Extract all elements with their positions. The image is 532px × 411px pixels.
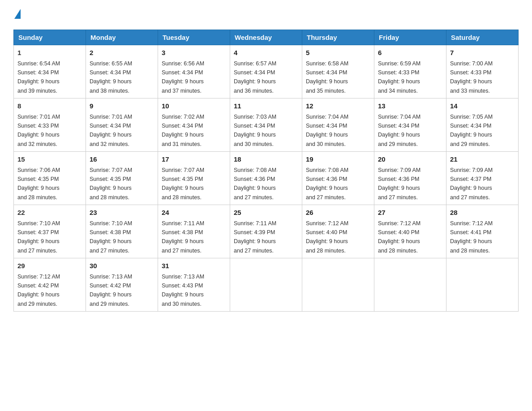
day-info: Sunrise: 7:07 AMSunset: 4:35 PMDaylight:… <box>90 167 132 201</box>
day-info: Sunrise: 7:05 AMSunset: 4:34 PMDaylight:… <box>450 114 493 147</box>
header-cell-wednesday: Wednesday <box>230 30 302 45</box>
day-cell: 28Sunrise: 7:12 AMSunset: 4:41 PMDayligh… <box>446 205 519 258</box>
day-info: Sunrise: 7:09 AMSunset: 4:37 PMDaylight:… <box>450 167 493 201</box>
day-number: 25 <box>234 208 298 218</box>
day-cell: 7Sunrise: 7:00 AMSunset: 4:33 PMDaylight… <box>446 45 519 98</box>
day-number: 3 <box>162 48 226 58</box>
header-cell-tuesday: Tuesday <box>158 30 230 45</box>
day-info: Sunrise: 7:12 AMSunset: 4:41 PMDaylight:… <box>450 220 493 254</box>
day-cell: 11Sunrise: 7:03 AMSunset: 4:34 PMDayligh… <box>230 98 302 152</box>
week-row-3: 15Sunrise: 7:06 AMSunset: 4:35 PMDayligh… <box>14 152 519 205</box>
day-info: Sunrise: 6:58 AMSunset: 4:34 PMDaylight:… <box>306 60 348 94</box>
day-info: Sunrise: 6:59 AMSunset: 4:33 PMDaylight:… <box>378 60 420 94</box>
day-info: Sunrise: 7:10 AMSunset: 4:38 PMDaylight:… <box>90 220 132 254</box>
day-number: 10 <box>162 101 226 111</box>
day-cell: 14Sunrise: 7:05 AMSunset: 4:34 PMDayligh… <box>446 98 519 152</box>
week-row-5: 29Sunrise: 7:12 AMSunset: 4:42 PMDayligh… <box>14 258 519 312</box>
day-cell: 6Sunrise: 6:59 AMSunset: 4:33 PMDaylight… <box>374 45 446 98</box>
day-cell: 10Sunrise: 7:02 AMSunset: 4:34 PMDayligh… <box>158 98 230 152</box>
day-number: 14 <box>450 101 515 111</box>
day-info: Sunrise: 7:13 AMSunset: 4:43 PMDaylight:… <box>162 274 204 307</box>
day-cell: 30Sunrise: 7:13 AMSunset: 4:42 PMDayligh… <box>86 258 158 312</box>
day-cell: 26Sunrise: 7:12 AMSunset: 4:40 PMDayligh… <box>302 205 374 258</box>
day-info: Sunrise: 6:56 AMSunset: 4:34 PMDaylight:… <box>162 60 204 94</box>
week-row-4: 22Sunrise: 7:10 AMSunset: 4:37 PMDayligh… <box>14 205 519 258</box>
day-cell: 20Sunrise: 7:09 AMSunset: 4:36 PMDayligh… <box>374 152 446 205</box>
day-cell: 18Sunrise: 7:08 AMSunset: 4:36 PMDayligh… <box>230 152 302 205</box>
day-cell: 3Sunrise: 6:56 AMSunset: 4:34 PMDaylight… <box>158 45 230 98</box>
day-info: Sunrise: 7:06 AMSunset: 4:35 PMDaylight:… <box>17 167 60 201</box>
day-info: Sunrise: 7:01 AMSunset: 4:34 PMDaylight:… <box>90 114 132 147</box>
day-number: 22 <box>17 208 82 218</box>
day-cell: 2Sunrise: 6:55 AMSunset: 4:34 PMDaylight… <box>86 45 158 98</box>
logo <box>13 9 21 21</box>
day-number: 28 <box>450 208 515 218</box>
day-info: Sunrise: 7:03 AMSunset: 4:34 PMDaylight:… <box>234 114 276 147</box>
day-cell: 16Sunrise: 7:07 AMSunset: 4:35 PMDayligh… <box>86 152 158 205</box>
day-cell: 24Sunrise: 7:11 AMSunset: 4:38 PMDayligh… <box>158 205 230 258</box>
header-cell-sunday: Sunday <box>14 30 86 45</box>
header-cell-thursday: Thursday <box>302 30 374 45</box>
day-cell: 9Sunrise: 7:01 AMSunset: 4:34 PMDaylight… <box>86 98 158 152</box>
day-number: 11 <box>234 101 298 111</box>
day-cell: 4Sunrise: 6:57 AMSunset: 4:34 PMDaylight… <box>230 45 302 98</box>
calendar-body: 1Sunrise: 6:54 AMSunset: 4:34 PMDaylight… <box>14 45 519 312</box>
day-info: Sunrise: 6:54 AMSunset: 4:34 PMDaylight:… <box>17 60 60 94</box>
day-number: 5 <box>306 48 370 58</box>
day-cell: 21Sunrise: 7:09 AMSunset: 4:37 PMDayligh… <box>446 152 519 205</box>
day-info: Sunrise: 7:12 AMSunset: 4:40 PMDaylight:… <box>306 220 348 254</box>
day-cell: 31Sunrise: 7:13 AMSunset: 4:43 PMDayligh… <box>158 258 230 312</box>
day-cell <box>446 258 519 312</box>
week-row-2: 8Sunrise: 7:01 AMSunset: 4:33 PMDaylight… <box>14 98 519 152</box>
day-number: 19 <box>306 154 370 165</box>
day-info: Sunrise: 7:09 AMSunset: 4:36 PMDaylight:… <box>378 167 420 201</box>
day-cell: 23Sunrise: 7:10 AMSunset: 4:38 PMDayligh… <box>86 205 158 258</box>
day-info: Sunrise: 6:57 AMSunset: 4:34 PMDaylight:… <box>234 60 276 94</box>
day-number: 9 <box>90 101 154 111</box>
day-number: 18 <box>234 154 298 165</box>
day-number: 1 <box>17 48 82 58</box>
day-number: 31 <box>162 261 226 271</box>
day-number: 7 <box>450 48 515 58</box>
day-info: Sunrise: 7:00 AMSunset: 4:33 PMDaylight:… <box>450 60 493 94</box>
day-number: 2 <box>90 48 154 58</box>
day-number: 8 <box>17 101 82 111</box>
day-cell: 12Sunrise: 7:04 AMSunset: 4:34 PMDayligh… <box>302 98 374 152</box>
day-number: 20 <box>378 154 442 165</box>
day-info: Sunrise: 7:07 AMSunset: 4:35 PMDaylight:… <box>162 167 204 201</box>
day-info: Sunrise: 7:08 AMSunset: 4:36 PMDaylight:… <box>234 167 276 201</box>
day-info: Sunrise: 7:13 AMSunset: 4:42 PMDaylight:… <box>90 274 132 307</box>
day-cell <box>374 258 446 312</box>
day-cell <box>302 258 374 312</box>
day-number: 24 <box>162 208 226 218</box>
day-number: 12 <box>306 101 370 111</box>
day-info: Sunrise: 7:11 AMSunset: 4:38 PMDaylight:… <box>162 220 204 254</box>
day-cell: 5Sunrise: 6:58 AMSunset: 4:34 PMDaylight… <box>302 45 374 98</box>
logo-triangle-icon <box>14 9 21 19</box>
day-cell: 13Sunrise: 7:04 AMSunset: 4:34 PMDayligh… <box>374 98 446 152</box>
day-info: Sunrise: 7:12 AMSunset: 4:40 PMDaylight:… <box>378 220 420 254</box>
day-info: Sunrise: 7:11 AMSunset: 4:39 PMDaylight:… <box>234 220 276 254</box>
day-info: Sunrise: 7:02 AMSunset: 4:34 PMDaylight:… <box>162 114 204 147</box>
day-cell <box>230 258 302 312</box>
day-number: 15 <box>17 154 82 165</box>
day-info: Sunrise: 7:04 AMSunset: 4:34 PMDaylight:… <box>306 114 348 147</box>
day-cell: 15Sunrise: 7:06 AMSunset: 4:35 PMDayligh… <box>14 152 86 205</box>
day-number: 21 <box>450 154 515 165</box>
day-number: 13 <box>378 101 442 111</box>
day-number: 26 <box>306 208 370 218</box>
header-row: SundayMondayTuesdayWednesdayThursdayFrid… <box>14 30 519 45</box>
page-header <box>13 9 519 21</box>
day-info: Sunrise: 6:55 AMSunset: 4:34 PMDaylight:… <box>90 60 132 94</box>
header-cell-friday: Friday <box>374 30 446 45</box>
day-number: 6 <box>378 48 442 58</box>
day-info: Sunrise: 7:04 AMSunset: 4:34 PMDaylight:… <box>378 114 420 147</box>
header-cell-monday: Monday <box>86 30 158 45</box>
day-number: 23 <box>90 208 154 218</box>
calendar-table: SundayMondayTuesdayWednesdayThursdayFrid… <box>13 30 519 312</box>
day-info: Sunrise: 7:08 AMSunset: 4:36 PMDaylight:… <box>306 167 348 201</box>
day-cell: 17Sunrise: 7:07 AMSunset: 4:35 PMDayligh… <box>158 152 230 205</box>
day-cell: 27Sunrise: 7:12 AMSunset: 4:40 PMDayligh… <box>374 205 446 258</box>
week-row-1: 1Sunrise: 6:54 AMSunset: 4:34 PMDaylight… <box>14 45 519 98</box>
day-number: 27 <box>378 208 442 218</box>
